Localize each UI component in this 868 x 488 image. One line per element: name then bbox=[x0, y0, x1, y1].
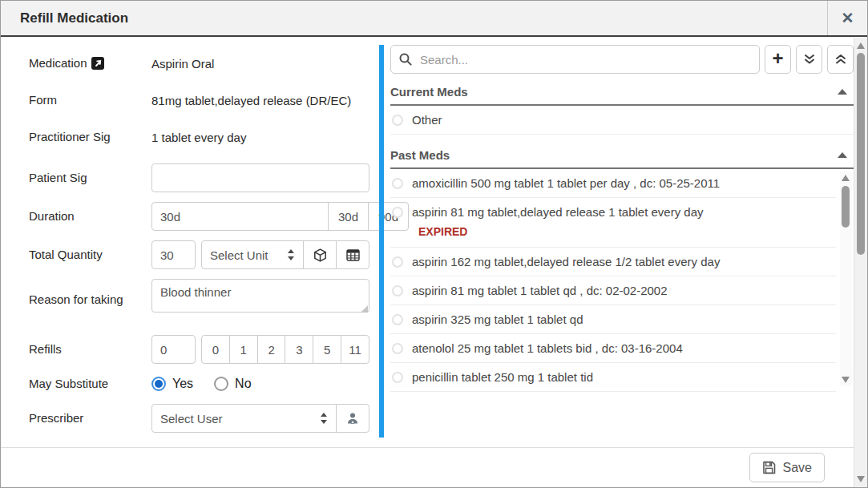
prescriber-row: Prescriber Select User bbox=[29, 404, 369, 433]
refills-11-button[interactable]: 11 bbox=[341, 335, 369, 364]
refills-input[interactable] bbox=[151, 335, 196, 364]
dialog-titlebar: Refill Medication ✕ bbox=[1, 1, 867, 37]
form-value: 81mg tablet,delayed release (DR/EC) bbox=[151, 94, 351, 107]
select-sort-arrows-icon bbox=[281, 248, 295, 261]
scroll-down-arrow-icon[interactable] bbox=[857, 476, 865, 482]
med-radio-icon[interactable] bbox=[392, 256, 403, 268]
med-radio-icon[interactable] bbox=[392, 314, 403, 325]
total-quantity-input[interactable] bbox=[151, 240, 196, 269]
reason-row: Reason for taking Blood thinner bbox=[29, 279, 369, 316]
medication-row: Medication Aspirin Oral bbox=[29, 53, 369, 74]
current-med-item-other[interactable]: Other bbox=[390, 106, 854, 135]
save-button[interactable]: Save bbox=[749, 453, 825, 482]
scrollbar-thumb[interactable] bbox=[857, 53, 865, 255]
current-meds-title: Current Meds bbox=[390, 85, 468, 99]
med-radio-icon[interactable] bbox=[392, 372, 403, 383]
calculate-quantity-button[interactable] bbox=[336, 240, 369, 269]
expand-all-button[interactable] bbox=[796, 45, 822, 74]
total-quantity-row: Total Quantity Select Unit bbox=[29, 240, 369, 269]
practitioner-sig-value: 1 tablet every day bbox=[151, 131, 246, 144]
total-quantity-label: Total Quantity bbox=[29, 245, 151, 264]
patient-sig-label: Patient Sig bbox=[29, 168, 151, 187]
medication-label: Medication bbox=[29, 54, 151, 72]
med-item-label: aspirin 325 mg tablet 1 tablet qd bbox=[412, 313, 583, 326]
past-med-item[interactable]: atenolol 25 mg tablet 1 tablets bid , dc… bbox=[390, 334, 836, 363]
past-med-item[interactable]: penicillin tablet 250 mg 1 tablet tid bbox=[390, 363, 836, 392]
med-radio-icon[interactable] bbox=[392, 285, 403, 296]
may-substitute-label: May Substitute bbox=[29, 374, 151, 393]
med-radio-icon[interactable] bbox=[392, 178, 403, 189]
med-radio-icon[interactable] bbox=[392, 343, 403, 354]
add-medication-button[interactable]: + bbox=[765, 45, 791, 74]
past-meds-scrollbar[interactable] bbox=[840, 171, 852, 386]
medication-value: Aspirin Oral bbox=[151, 57, 214, 71]
med-radio-icon[interactable] bbox=[392, 115, 403, 126]
past-med-item[interactable]: aspirin 81 mg tablet 1 tablet qd , dc: 0… bbox=[390, 276, 836, 305]
past-meds-title: Past Meds bbox=[390, 148, 450, 162]
caret-up-icon bbox=[838, 152, 847, 158]
patient-sig-row: Patient Sig bbox=[29, 163, 369, 192]
dialog-body: Medication Aspirin Oral Form 81mg tablet… bbox=[1, 38, 854, 487]
plus-icon: + bbox=[772, 49, 783, 68]
search-icon bbox=[399, 53, 412, 66]
med-item-label: amoxicillin 500 mg tablet 1 tablet per d… bbox=[412, 176, 720, 190]
close-button[interactable]: ✕ bbox=[827, 1, 867, 35]
refills-2-button[interactable]: 2 bbox=[257, 335, 286, 364]
refills-row: Refills 0 1 2 3 5 11 bbox=[29, 335, 369, 364]
substitute-no-radio[interactable]: No bbox=[214, 377, 251, 391]
double-chevron-up-icon bbox=[835, 54, 846, 65]
dialog-title: Refill Medication bbox=[1, 10, 128, 26]
external-link-icon[interactable] bbox=[91, 57, 104, 70]
cube-icon bbox=[313, 248, 327, 262]
double-chevron-down-icon bbox=[804, 54, 815, 65]
past-med-item[interactable]: aspirin 325 mg tablet 1 tablet qd bbox=[390, 305, 836, 334]
substitute-yes-radio[interactable]: Yes bbox=[151, 377, 193, 391]
unit-select[interactable]: Select Unit bbox=[201, 240, 304, 269]
refill-medication-dialog: Refill Medication ✕ Medication Aspirin O… bbox=[0, 0, 868, 488]
current-meds-header[interactable]: Current Meds bbox=[390, 80, 854, 106]
meds-search-box[interactable] bbox=[390, 45, 760, 74]
choose-prescriber-button[interactable] bbox=[336, 404, 369, 433]
scroll-down-arrow-icon[interactable] bbox=[842, 377, 850, 383]
prescriber-select[interactable]: Select User bbox=[151, 404, 337, 433]
practitioner-sig-row: Practitioner Sig 1 tablet every day bbox=[29, 127, 369, 147]
past-meds-header[interactable]: Past Meds bbox=[390, 143, 854, 169]
save-label: Save bbox=[783, 461, 812, 475]
close-icon: ✕ bbox=[842, 9, 854, 27]
person-icon bbox=[346, 412, 359, 425]
past-med-item[interactable]: amoxicillin 500 mg tablet 1 tablet per d… bbox=[390, 169, 836, 198]
past-med-item[interactable]: aspirin 162 mg tablet,delayed release 1/… bbox=[390, 248, 836, 276]
collapse-all-button[interactable] bbox=[827, 45, 854, 74]
refills-1-button[interactable]: 1 bbox=[229, 335, 258, 364]
scroll-up-arrow-icon[interactable] bbox=[857, 42, 865, 49]
meds-search-input[interactable] bbox=[418, 52, 751, 67]
radio-unselected-icon bbox=[214, 377, 228, 391]
med-item-label: penicillin tablet 250 mg 1 tablet tid bbox=[412, 370, 593, 384]
refills-5-button[interactable]: 5 bbox=[313, 335, 341, 364]
med-item-label: aspirin 81 mg tablet 1 tablet qd , dc: 0… bbox=[412, 284, 668, 297]
package-quantity-button[interactable] bbox=[303, 240, 337, 269]
past-med-item[interactable]: aspirin 81 mg tablet,delayed release 1 t… bbox=[390, 198, 836, 248]
scroll-up-arrow-icon[interactable] bbox=[842, 175, 850, 181]
dialog-scrollbar[interactable] bbox=[854, 38, 867, 487]
may-substitute-row: May Substitute Yes No bbox=[29, 373, 369, 394]
unit-select-value: Select Unit bbox=[210, 248, 268, 262]
refills-3-button[interactable]: 3 bbox=[285, 335, 313, 364]
caret-up-icon bbox=[838, 89, 847, 95]
duration-row: Duration 30d 90d bbox=[29, 202, 369, 231]
med-item-label: atenolol 25 mg tablet 1 tablets bid , dc… bbox=[412, 341, 683, 355]
textarea-resize-grip-icon[interactable] bbox=[361, 305, 368, 313]
duration-label: Duration bbox=[29, 207, 151, 225]
duration-input[interactable] bbox=[151, 202, 329, 231]
substitute-no-label: No bbox=[235, 377, 251, 391]
refills-0-button[interactable]: 0 bbox=[201, 335, 230, 364]
reason-label: Reason for taking bbox=[29, 285, 151, 309]
med-radio-icon[interactable] bbox=[392, 207, 403, 218]
scrollbar-thumb[interactable] bbox=[842, 186, 850, 228]
prescriber-label: Prescriber bbox=[29, 409, 151, 427]
duration-30d-button[interactable]: 30d bbox=[328, 202, 369, 231]
patient-sig-input[interactable] bbox=[151, 163, 369, 192]
med-item-label: aspirin 81 mg tablet,delayed release 1 t… bbox=[412, 205, 704, 219]
floppy-disk-icon bbox=[762, 461, 776, 474]
reason-textarea[interactable]: Blood thinner bbox=[151, 279, 369, 313]
